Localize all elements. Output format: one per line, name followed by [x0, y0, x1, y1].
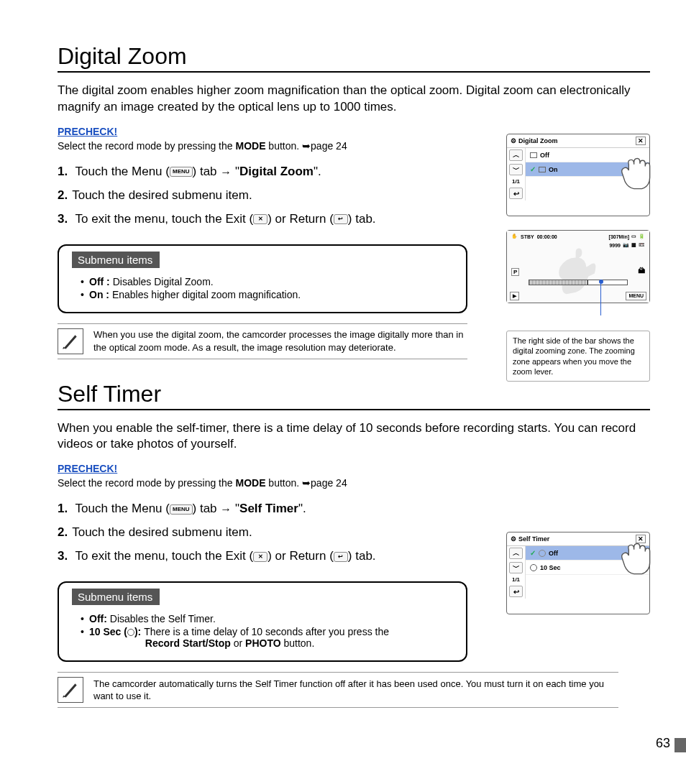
note-row-1: When you use the digital zoom, the camco…	[58, 323, 467, 359]
precheck-label-1: PRECHECK!	[58, 126, 467, 137]
precheck-post-2: button. ➥page 24	[265, 477, 347, 489]
lcd-recording-screen: ✋STBY00:00:00 [307Min]▭🔋 9999📷▦📼 P 🏔 ▶ M…	[506, 230, 650, 303]
timer-10-icon	[530, 564, 537, 571]
sub1-b: Off :	[89, 276, 110, 287]
timer-icon	[127, 629, 134, 636]
note-text-2: The camcorder automatically turns the Se…	[93, 678, 618, 703]
step3b-pre: To exit the menu, touch the Exit (	[76, 549, 254, 563]
step3-post: ) tab.	[348, 212, 376, 226]
menu-button-icon: MENU	[626, 292, 646, 300]
note-icon	[58, 328, 83, 354]
submenu-box-2: Submenu items Off: Disables the Self Tim…	[58, 581, 467, 662]
sub2b-or: or	[231, 637, 245, 649]
exit-icon: ✕	[253, 552, 267, 562]
play-icon: ▶	[510, 292, 519, 300]
intro-text-2: When you enable the self-timer, there is…	[58, 420, 650, 453]
step1b-mid: ) tab	[193, 502, 221, 515]
steps-list-2: 1. Touch the Menu (MENU) tab → "Self Tim…	[58, 499, 467, 567]
q-close-b: ".	[298, 502, 306, 515]
step3b-mid: ) or Return (	[267, 549, 334, 563]
precheck-bold-1: MODE	[235, 140, 265, 152]
zoom-marker-line	[600, 281, 601, 315]
timer-off-icon	[539, 550, 546, 557]
heading-self-timer: Self Timer	[58, 381, 650, 410]
step3-mid: ) or Return (	[267, 212, 334, 226]
menu-icon: MENU	[170, 504, 193, 515]
sub1b-b: Off:	[89, 613, 107, 624]
lcd3-title: Self Timer	[518, 535, 549, 543]
lcd2-stby: STBY	[521, 234, 534, 239]
lcd3-ten: 10 Sec	[540, 564, 561, 571]
zoom-marker-dot	[599, 280, 603, 284]
lcd1-on: On	[549, 166, 558, 173]
return-icon: ↩	[334, 552, 348, 562]
lcd-close-icon: ✕	[636, 535, 646, 543]
precheck-bold-2: MODE	[235, 477, 265, 489]
q-open-b: "	[232, 502, 239, 515]
lcd1-title: Digital Zoom	[518, 137, 558, 144]
exit-icon: ✕	[253, 214, 267, 224]
precheck-pre-2: Select the record mode by pressing the	[58, 477, 235, 489]
intro-text-1: The digital zoom enables higher zoom mag…	[58, 83, 650, 116]
lcd1-page: 1/1	[507, 177, 525, 186]
sub2b-bold2: PHOTO	[245, 637, 281, 649]
lcd2-remain: [307Min]	[609, 234, 629, 239]
precheck-pre-1: Select the record mode by pressing the	[58, 140, 235, 152]
arrow-icon: →	[220, 503, 232, 515]
zoom-off-icon	[530, 152, 537, 158]
sub2b-b: 10 Sec (	[89, 626, 127, 637]
note-row-2: The camcorder automatically turns the Se…	[58, 672, 618, 708]
step1-mid: ) tab	[193, 165, 221, 178]
lcd2-time: 00:00:00	[537, 234, 557, 239]
q-open: "	[232, 165, 239, 178]
precheck-text-2: Select the record mode by pressing the M…	[58, 477, 467, 489]
sub2b-t: ):	[134, 626, 144, 637]
lcd-down-icon: ﹀	[509, 562, 523, 573]
lcd-return-icon: ↩	[509, 188, 523, 199]
lcd-down-icon: ﹀	[509, 164, 523, 175]
sub2-b: On :	[89, 289, 109, 300]
sub1-t: Disables Digital Zoom.	[110, 276, 214, 287]
heading-digital-zoom: Digital Zoom	[58, 43, 650, 73]
page-edge-decoration	[674, 738, 686, 752]
note-icon	[58, 677, 83, 703]
lcd1-off: Off	[540, 152, 549, 159]
precheck-text-1: Select the record mode by pressing the M…	[58, 140, 467, 152]
page-number: 63	[656, 736, 670, 751]
zoom-on-icon	[539, 167, 546, 172]
silhouette-image	[546, 245, 611, 295]
note-text-1: When you use the digital zoom, the camco…	[93, 328, 467, 354]
step2b: Touch the desired submenu item.	[72, 525, 252, 539]
submenu-title-1: Submenu items	[72, 252, 160, 268]
lcd-close-icon: ✕	[636, 137, 646, 145]
sub2b-desc: There is a time delay of 10 seconds afte…	[144, 626, 389, 637]
lcd3-off: Off	[549, 550, 558, 557]
lcd3-page: 1/1	[507, 575, 525, 584]
zoom-bar	[529, 280, 628, 285]
step2: Touch the desired submenu item.	[72, 188, 252, 202]
zoom-caption: The right side of the bar shows the digi…	[506, 331, 650, 382]
submenu-box-1: Submenu items Off : Disables Digital Zoo…	[58, 244, 467, 313]
precheck-label-2: PRECHECK!	[58, 463, 467, 474]
step3-pre: To exit the menu, touch the Exit (	[76, 212, 254, 226]
lcd-return-icon: ↩	[509, 586, 523, 597]
sub2-t: Enables higher digital zoom magnificatio…	[109, 289, 301, 300]
check-icon: ✓	[530, 549, 536, 557]
return-icon: ↩	[334, 214, 348, 224]
lcd-up-icon: ︿	[509, 548, 523, 559]
menu-icon: MENU	[170, 167, 193, 177]
check-icon: ✓	[530, 165, 536, 173]
lcd-up-icon: ︿	[509, 149, 523, 161]
sub2b-end: button.	[281, 637, 315, 649]
precheck-post-1: button. ➥page 24	[265, 140, 347, 152]
sub2b-bold1: Record Start/Stop	[145, 637, 231, 649]
photo-mode-icon: P	[511, 268, 519, 276]
step1-pre: Touch the Menu (	[76, 165, 170, 178]
steps-list-1: 1. Touch the Menu (MENU) tab → "Digital …	[58, 162, 467, 230]
sub1b-t: Disables the Self Timer.	[107, 613, 216, 624]
arrow-icon: →	[220, 166, 232, 178]
step1b-bold: Self Timer	[239, 502, 298, 515]
q-close: ".	[314, 165, 321, 178]
submenu-title-2: Submenu items	[72, 589, 160, 605]
lcd-self-timer-menu: ⚙Self Timer ✕ ︿ ﹀ 1/1 ↩ ✓Off 10 Sec	[506, 532, 650, 614]
